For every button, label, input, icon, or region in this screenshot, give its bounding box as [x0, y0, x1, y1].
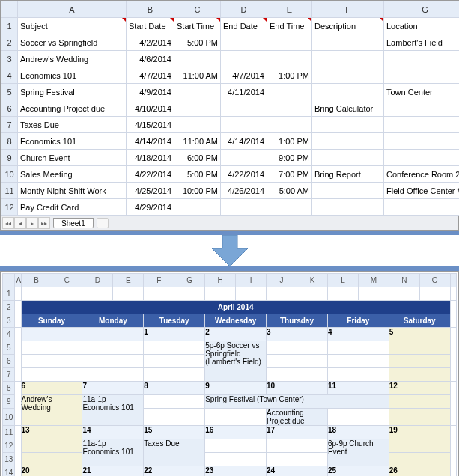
day-number[interactable]: 5: [389, 328, 450, 341]
day-number[interactable]: 15: [144, 426, 205, 439]
day-number[interactable]: 13: [21, 426, 82, 439]
cell[interactable]: Pay Credit Card: [18, 199, 127, 216]
cell[interactable]: [384, 51, 460, 67]
day-number[interactable]: 1: [144, 328, 205, 341]
event-cell[interactable]: Accounting Project due: [267, 409, 328, 426]
cell[interactable]: [384, 117, 460, 133]
day-number[interactable]: 26: [389, 466, 450, 477]
cell[interactable]: 7:00 PM: [267, 166, 312, 183]
cell[interactable]: 4/7/2014: [127, 67, 174, 84]
cell[interactable]: Economics 101: [18, 133, 127, 150]
cell[interactable]: Start Time: [174, 18, 221, 34]
row-header[interactable]: 5: [1, 84, 18, 100]
event-cell[interactable]: 11a-1p Economics 101: [82, 439, 144, 466]
cell[interactable]: [312, 199, 384, 216]
cell[interactable]: Taxes Due: [18, 117, 127, 133]
cell[interactable]: [221, 100, 267, 117]
day-number[interactable]: 14: [82, 426, 144, 439]
day-number[interactable]: [82, 328, 144, 341]
row-header[interactable]: 1: [3, 287, 15, 301]
col-header[interactable]: D: [221, 1, 267, 18]
row-header[interactable]: 8: [1, 133, 18, 150]
cell[interactable]: 4/26/2014: [221, 183, 267, 199]
col-header[interactable]: A: [15, 274, 21, 287]
cell[interactable]: 5:00 AM: [267, 183, 312, 199]
cell[interactable]: Town Center: [384, 84, 460, 100]
cell[interactable]: Location: [384, 18, 460, 34]
corner-cell[interactable]: [3, 274, 15, 287]
cell[interactable]: Start Date: [127, 18, 174, 34]
row-header[interactable]: 8: [3, 382, 15, 395]
day-number[interactable]: 18: [327, 426, 389, 439]
day-number[interactable]: 20: [21, 466, 82, 477]
cell[interactable]: 9:00 PM: [267, 150, 312, 166]
row-header[interactable]: 14: [3, 466, 15, 477]
cell[interactable]: Bring Calculator: [312, 100, 384, 117]
col-header[interactable]: D: [82, 274, 113, 287]
cell[interactable]: [267, 51, 312, 67]
cell[interactable]: Field Office Center #5: [384, 183, 460, 199]
cell[interactable]: Subject: [18, 18, 127, 34]
cell[interactable]: 4/6/2014: [127, 51, 174, 67]
row-header[interactable]: 7: [1, 117, 18, 133]
col-header[interactable]: K: [297, 274, 328, 287]
row-header[interactable]: 12: [3, 439, 15, 453]
cell[interactable]: [174, 117, 221, 133]
row-header[interactable]: 10: [1, 166, 18, 183]
row-header[interactable]: 4: [3, 328, 15, 341]
cell[interactable]: Bring Report: [312, 166, 384, 183]
cell[interactable]: [221, 150, 267, 166]
cell[interactable]: 4/11/2014: [221, 84, 267, 100]
row-header[interactable]: 12: [1, 199, 18, 216]
cell[interactable]: 4/15/2014: [127, 117, 174, 133]
cell[interactable]: [312, 117, 384, 133]
cell[interactable]: Accounting Project due: [18, 100, 127, 117]
cell[interactable]: 4/9/2014: [127, 84, 174, 100]
cell[interactable]: 11:00 AM: [174, 67, 221, 84]
cell[interactable]: 5:00 PM: [174, 34, 221, 51]
cell[interactable]: Sales Meeting: [18, 166, 127, 183]
row-header[interactable]: 3: [1, 51, 18, 67]
cell[interactable]: Andrew's Wedding: [18, 51, 127, 67]
cell[interactable]: Church Event: [18, 150, 127, 166]
col-header[interactable]: C: [52, 274, 82, 287]
col-header[interactable]: G: [384, 1, 460, 18]
day-number[interactable]: [21, 328, 82, 341]
cell[interactable]: 11:00 AM: [174, 133, 221, 150]
day-number[interactable]: 3: [267, 328, 328, 341]
calendar-grid[interactable]: ABCDEFGHIJKLMNO 12April 20143SundayMonda…: [2, 273, 457, 476]
col-header[interactable]: L: [327, 274, 358, 287]
row-header[interactable]: 9: [1, 150, 18, 166]
row-header[interactable]: 10: [3, 409, 15, 426]
cell[interactable]: Soccer vs Springfield: [18, 34, 127, 51]
col-header[interactable]: F: [144, 274, 174, 287]
day-number[interactable]: 4: [327, 328, 389, 341]
day-number[interactable]: 23: [205, 466, 267, 477]
event-cell[interactable]: Taxes Due: [144, 439, 205, 466]
cell[interactable]: 4/29/2014: [127, 199, 174, 216]
day-number[interactable]: 10: [267, 382, 328, 395]
cell[interactable]: Montly Night Shift Work: [18, 183, 127, 199]
cell[interactable]: 4/7/2014: [221, 67, 267, 84]
row-header[interactable]: 11: [1, 183, 18, 199]
event-cell[interactable]: 11a-1p Economics 101: [82, 395, 144, 426]
col-header[interactable]: J: [267, 274, 297, 287]
day-number[interactable]: 25: [327, 466, 389, 477]
cell[interactable]: 4/14/2014: [127, 133, 174, 150]
cell[interactable]: Spring Festival: [18, 84, 127, 100]
cell[interactable]: [174, 100, 221, 117]
cell[interactable]: [312, 51, 384, 67]
cell[interactable]: [312, 67, 384, 84]
col-header[interactable]: F: [312, 1, 384, 18]
col-header[interactable]: G: [174, 274, 205, 287]
cell[interactable]: 4/10/2014: [127, 100, 174, 117]
cell[interactable]: Conference Room 2B: [384, 166, 460, 183]
cell[interactable]: 1:00 PM: [267, 133, 312, 150]
cell[interactable]: 6:00 PM: [174, 150, 221, 166]
cell[interactable]: [267, 199, 312, 216]
row-header[interactable]: 7: [3, 368, 15, 382]
cell[interactable]: 10:00 PM: [174, 183, 221, 199]
col-header[interactable]: [450, 274, 456, 287]
cell[interactable]: [384, 67, 460, 84]
corner-cell[interactable]: [1, 1, 18, 18]
